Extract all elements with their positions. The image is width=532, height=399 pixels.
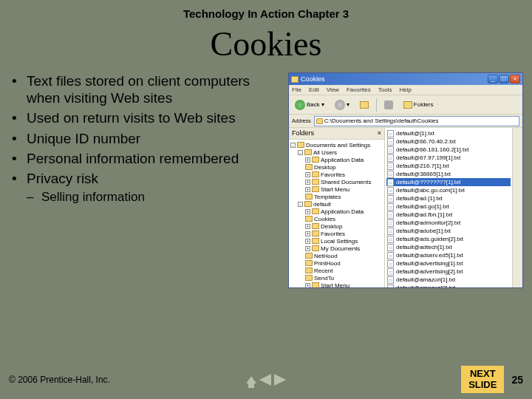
tree-item[interactable]: Cookies [290,215,383,222]
tree-item[interactable]: +My Documents [290,245,383,252]
file-item[interactable]: default@ads.golden[2].txt [386,235,511,243]
file-name: default@admonitor[2].txt [396,219,460,226]
file-item[interactable]: default@66.181.160.2[1].txt [386,146,511,154]
file-item[interactable]: default@216.7[1].txt [386,162,511,170]
folder-icon [316,118,323,124]
file-name: default@ad.fbn.[1].txt [396,211,452,218]
slide-title: Cookies [0,24,532,64]
footer: © 2006 Prentice-Hall, Inc. NEXT SLIDE 25 [9,366,523,393]
close-pane-icon[interactable]: × [378,129,381,137]
up-button[interactable] [357,100,372,110]
file-item[interactable]: default@advertising[2].txt [386,267,511,276]
file-name: default@abc.go.com[1].txt [396,187,465,194]
file-name: default@38865[1].txt [396,171,451,177]
file-item[interactable]: default@adserv.ed5[1].txt [386,251,511,259]
content-row: Text files stored on client computers wh… [0,64,532,288]
file-name: default@????????[1].txt [396,179,460,185]
file-item[interactable]: default@adtech[1].txt [386,243,511,251]
text-file-icon [387,211,394,219]
next-arrow-icon[interactable] [274,374,286,386]
home-icon[interactable] [246,376,256,383]
file-name: default@67.97.199[1].txt [396,154,460,161]
search-button[interactable] [381,99,396,111]
tree-item[interactable]: Desktop [290,163,383,171]
menu-view[interactable]: View [327,86,339,93]
menu-help[interactable]: Help [399,86,411,93]
file-item[interactable]: default@38865[1].txt [386,170,511,178]
back-icon [295,100,305,110]
file-item[interactable]: default@adobe[1].txt [386,227,511,235]
tree-item[interactable]: +Application Data [290,208,383,215]
file-item[interactable]: default@advertising[1].txt [386,259,511,267]
file-item[interactable]: default@ad.[1].txt [386,194,511,202]
tree-item[interactable]: +Local Settings [290,237,383,245]
tree-item[interactable]: -default [290,200,383,208]
file-item[interactable]: default@abc.go.com[1].txt [386,186,511,194]
tree-item[interactable]: Templates [290,193,383,200]
address-input[interactable]: C:\Documents and Settings\default\Cookie… [314,116,519,126]
file-name: default@ad.[1].txt [396,195,443,202]
tree-item[interactable]: +Application Data [290,156,383,163]
forward-icon [335,100,345,110]
close-button[interactable]: × [510,75,520,83]
toolbar: Back ▾ ▾ Folders [289,95,522,115]
file-name: default@adserv.ed5[1].txt [396,252,463,259]
minimize-button[interactable]: _ [488,75,498,83]
file-name: default@216.7[1].txt [396,163,449,169]
menu-edit[interactable]: Edit [309,86,319,93]
folders-header: Folders × [289,128,384,140]
maximize-button[interactable]: □ [499,75,509,83]
tree-item[interactable]: +Start Menu [290,185,383,193]
tree-item[interactable]: -All Users [290,149,383,156]
file-item[interactable]: default@amazon[1].txt [386,276,511,284]
text-file-icon [387,146,394,154]
window-titlebar: Cookies _ □ × [289,73,522,85]
tree-item[interactable]: +Favorites [290,230,383,237]
file-item[interactable]: default@[1].txt [386,129,511,137]
folders-button[interactable]: Folders [400,100,437,110]
text-file-icon [387,244,394,251]
address-label: Address [292,118,311,123]
page-number: 25 [511,374,523,386]
tree-item[interactable]: PrintHood [290,259,383,267]
text-file-icon [387,138,394,146]
file-item[interactable]: default@ad.go[1].txt [386,202,511,211]
up-icon [360,101,369,109]
tree-item[interactable]: +Desktop [290,222,383,230]
text-file-icon [387,268,394,276]
file-item[interactable]: default@66.70.40.2.txt [386,137,511,146]
file-item[interactable]: default@67.97.199[1].txt [386,154,511,162]
bullet-item: Privacy risk [9,170,282,187]
tree-item[interactable]: SendTo [290,274,383,282]
file-name: default@amazon[1].txt [396,276,455,283]
window-title: Cookies [301,75,485,83]
tree-item[interactable]: +Shared Documents [290,178,383,185]
text-file-icon [387,154,394,162]
tree-item[interactable]: +Start Menu [290,282,383,287]
tree-item[interactable]: Recent [290,267,383,274]
back-button[interactable]: Back ▾ [292,98,327,112]
tree-item[interactable]: +Favorites [290,171,383,178]
previous-arrow-icon[interactable] [259,374,271,386]
bullet-list: Text files stored on client computers wh… [9,72,282,288]
text-file-icon [387,228,394,235]
next-slide-label-1: NEXT [468,369,497,379]
tree-item[interactable]: NetHood [290,252,383,259]
next-slide-button[interactable]: NEXT SLIDE [461,366,504,393]
menu-file[interactable]: File [292,86,301,93]
menu-favorites[interactable]: Favorites [347,86,371,93]
file-item[interactable]: default@amazon[2].txt [386,284,511,287]
file-item[interactable]: default@admonitor[2].txt [386,219,511,227]
menu-tools[interactable]: Tools [378,86,392,93]
file-name: default@advertising[1].txt [396,260,463,267]
nav-controls [246,374,286,386]
bullet-item: Unique ID number [9,130,282,147]
bullet-item: Text files stored on client computers wh… [9,72,282,106]
text-file-icon [387,130,394,137]
file-item[interactable]: default@????????[1].txt [386,178,511,186]
forward-button[interactable]: ▾ [332,98,352,112]
file-item[interactable]: default@ad.fbn.[1].txt [386,211,511,219]
scrollbar[interactable] [512,128,522,287]
tree-item[interactable]: -Documents and Settings [290,141,383,149]
text-file-icon [387,179,394,186]
